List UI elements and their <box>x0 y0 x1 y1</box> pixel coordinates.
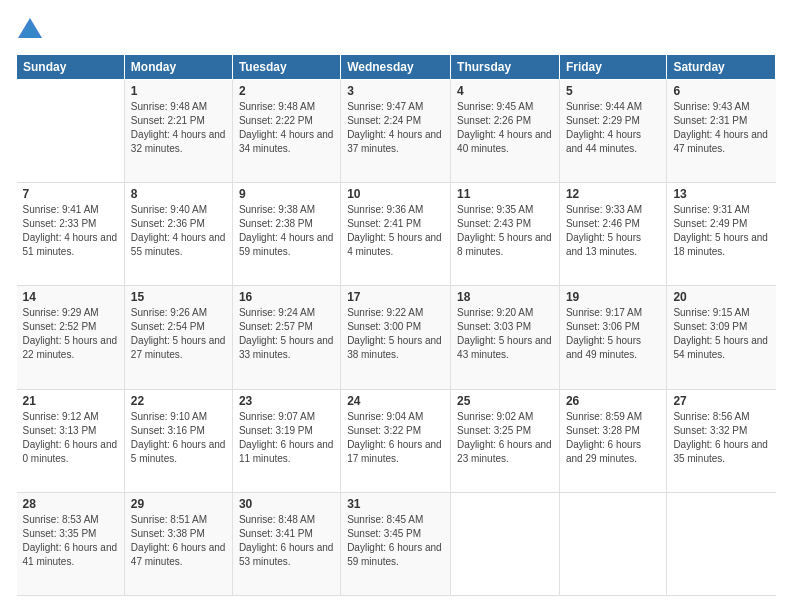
cell-content: Sunrise: 9:41 AMSunset: 2:33 PMDaylight:… <box>23 203 118 259</box>
day-number: 6 <box>673 84 769 98</box>
cell-content: Sunrise: 8:59 AMSunset: 3:28 PMDaylight:… <box>566 410 660 466</box>
day-cell-18: 18Sunrise: 9:20 AMSunset: 3:03 PMDayligh… <box>451 286 560 389</box>
day-number: 22 <box>131 394 226 408</box>
day-cell-15: 15Sunrise: 9:26 AMSunset: 2:54 PMDayligh… <box>124 286 232 389</box>
day-number: 10 <box>347 187 444 201</box>
day-number: 3 <box>347 84 444 98</box>
cell-content: Sunrise: 9:38 AMSunset: 2:38 PMDaylight:… <box>239 203 334 259</box>
cell-content: Sunrise: 9:02 AMSunset: 3:25 PMDaylight:… <box>457 410 553 466</box>
cell-content: Sunrise: 9:04 AMSunset: 3:22 PMDaylight:… <box>347 410 444 466</box>
day-header-thursday: Thursday <box>451 55 560 80</box>
day-cell-23: 23Sunrise: 9:07 AMSunset: 3:19 PMDayligh… <box>232 389 340 492</box>
day-cell-26: 26Sunrise: 8:59 AMSunset: 3:28 PMDayligh… <box>559 389 666 492</box>
cell-content: Sunrise: 9:15 AMSunset: 3:09 PMDaylight:… <box>673 306 769 362</box>
week-row-2: 7Sunrise: 9:41 AMSunset: 2:33 PMDaylight… <box>17 183 776 286</box>
day-number: 24 <box>347 394 444 408</box>
cell-content: Sunrise: 9:17 AMSunset: 3:06 PMDaylight:… <box>566 306 660 362</box>
day-number: 30 <box>239 497 334 511</box>
day-cell-6: 6Sunrise: 9:43 AMSunset: 2:31 PMDaylight… <box>667 80 776 183</box>
cell-content: Sunrise: 8:53 AMSunset: 3:35 PMDaylight:… <box>23 513 118 569</box>
cell-content: Sunrise: 9:10 AMSunset: 3:16 PMDaylight:… <box>131 410 226 466</box>
cell-content: Sunrise: 9:40 AMSunset: 2:36 PMDaylight:… <box>131 203 226 259</box>
cell-content: Sunrise: 8:48 AMSunset: 3:41 PMDaylight:… <box>239 513 334 569</box>
empty-cell <box>17 80 125 183</box>
day-number: 27 <box>673 394 769 408</box>
day-cell-30: 30Sunrise: 8:48 AMSunset: 3:41 PMDayligh… <box>232 492 340 595</box>
day-cell-25: 25Sunrise: 9:02 AMSunset: 3:25 PMDayligh… <box>451 389 560 492</box>
day-cell-22: 22Sunrise: 9:10 AMSunset: 3:16 PMDayligh… <box>124 389 232 492</box>
calendar-page: SundayMondayTuesdayWednesdayThursdayFrid… <box>0 0 792 612</box>
cell-content: Sunrise: 8:51 AMSunset: 3:38 PMDaylight:… <box>131 513 226 569</box>
cell-content: Sunrise: 9:26 AMSunset: 2:54 PMDaylight:… <box>131 306 226 362</box>
cell-content: Sunrise: 9:24 AMSunset: 2:57 PMDaylight:… <box>239 306 334 362</box>
day-number: 28 <box>23 497 118 511</box>
day-number: 8 <box>131 187 226 201</box>
day-cell-10: 10Sunrise: 9:36 AMSunset: 2:41 PMDayligh… <box>341 183 451 286</box>
empty-cell <box>451 492 560 595</box>
day-cell-20: 20Sunrise: 9:15 AMSunset: 3:09 PMDayligh… <box>667 286 776 389</box>
cell-content: Sunrise: 9:31 AMSunset: 2:49 PMDaylight:… <box>673 203 769 259</box>
calendar-table: SundayMondayTuesdayWednesdayThursdayFrid… <box>16 54 776 596</box>
day-number: 9 <box>239 187 334 201</box>
day-cell-14: 14Sunrise: 9:29 AMSunset: 2:52 PMDayligh… <box>17 286 125 389</box>
day-cell-9: 9Sunrise: 9:38 AMSunset: 2:38 PMDaylight… <box>232 183 340 286</box>
cell-content: Sunrise: 9:48 AMSunset: 2:21 PMDaylight:… <box>131 100 226 156</box>
week-row-3: 14Sunrise: 9:29 AMSunset: 2:52 PMDayligh… <box>17 286 776 389</box>
day-number: 16 <box>239 290 334 304</box>
day-cell-16: 16Sunrise: 9:24 AMSunset: 2:57 PMDayligh… <box>232 286 340 389</box>
cell-content: Sunrise: 9:48 AMSunset: 2:22 PMDaylight:… <box>239 100 334 156</box>
cell-content: Sunrise: 9:47 AMSunset: 2:24 PMDaylight:… <box>347 100 444 156</box>
day-cell-3: 3Sunrise: 9:47 AMSunset: 2:24 PMDaylight… <box>341 80 451 183</box>
logo-icon <box>16 16 44 44</box>
day-cell-31: 31Sunrise: 8:45 AMSunset: 3:45 PMDayligh… <box>341 492 451 595</box>
cell-content: Sunrise: 8:45 AMSunset: 3:45 PMDaylight:… <box>347 513 444 569</box>
day-header-wednesday: Wednesday <box>341 55 451 80</box>
cell-content: Sunrise: 9:43 AMSunset: 2:31 PMDaylight:… <box>673 100 769 156</box>
cell-content: Sunrise: 9:36 AMSunset: 2:41 PMDaylight:… <box>347 203 444 259</box>
day-number: 2 <box>239 84 334 98</box>
day-header-saturday: Saturday <box>667 55 776 80</box>
day-number: 1 <box>131 84 226 98</box>
day-cell-1: 1Sunrise: 9:48 AMSunset: 2:21 PMDaylight… <box>124 80 232 183</box>
cell-content: Sunrise: 9:20 AMSunset: 3:03 PMDaylight:… <box>457 306 553 362</box>
day-number: 15 <box>131 290 226 304</box>
day-cell-28: 28Sunrise: 8:53 AMSunset: 3:35 PMDayligh… <box>17 492 125 595</box>
day-cell-24: 24Sunrise: 9:04 AMSunset: 3:22 PMDayligh… <box>341 389 451 492</box>
day-number: 29 <box>131 497 226 511</box>
header <box>16 16 776 44</box>
cell-content: Sunrise: 9:29 AMSunset: 2:52 PMDaylight:… <box>23 306 118 362</box>
day-cell-29: 29Sunrise: 8:51 AMSunset: 3:38 PMDayligh… <box>124 492 232 595</box>
day-cell-12: 12Sunrise: 9:33 AMSunset: 2:46 PMDayligh… <box>559 183 666 286</box>
day-number: 11 <box>457 187 553 201</box>
day-cell-21: 21Sunrise: 9:12 AMSunset: 3:13 PMDayligh… <box>17 389 125 492</box>
day-header-tuesday: Tuesday <box>232 55 340 80</box>
week-row-1: 1Sunrise: 9:48 AMSunset: 2:21 PMDaylight… <box>17 80 776 183</box>
cell-content: Sunrise: 9:45 AMSunset: 2:26 PMDaylight:… <box>457 100 553 156</box>
day-number: 19 <box>566 290 660 304</box>
cell-content: Sunrise: 8:56 AMSunset: 3:32 PMDaylight:… <box>673 410 769 466</box>
day-number: 13 <box>673 187 769 201</box>
day-header-sunday: Sunday <box>17 55 125 80</box>
cell-content: Sunrise: 9:07 AMSunset: 3:19 PMDaylight:… <box>239 410 334 466</box>
day-number: 26 <box>566 394 660 408</box>
day-cell-19: 19Sunrise: 9:17 AMSunset: 3:06 PMDayligh… <box>559 286 666 389</box>
day-cell-7: 7Sunrise: 9:41 AMSunset: 2:33 PMDaylight… <box>17 183 125 286</box>
week-row-4: 21Sunrise: 9:12 AMSunset: 3:13 PMDayligh… <box>17 389 776 492</box>
day-cell-8: 8Sunrise: 9:40 AMSunset: 2:36 PMDaylight… <box>124 183 232 286</box>
day-number: 21 <box>23 394 118 408</box>
day-header-row: SundayMondayTuesdayWednesdayThursdayFrid… <box>17 55 776 80</box>
week-row-5: 28Sunrise: 8:53 AMSunset: 3:35 PMDayligh… <box>17 492 776 595</box>
day-cell-2: 2Sunrise: 9:48 AMSunset: 2:22 PMDaylight… <box>232 80 340 183</box>
day-cell-5: 5Sunrise: 9:44 AMSunset: 2:29 PMDaylight… <box>559 80 666 183</box>
cell-content: Sunrise: 9:35 AMSunset: 2:43 PMDaylight:… <box>457 203 553 259</box>
empty-cell <box>667 492 776 595</box>
day-header-friday: Friday <box>559 55 666 80</box>
day-number: 18 <box>457 290 553 304</box>
empty-cell <box>559 492 666 595</box>
day-number: 17 <box>347 290 444 304</box>
day-number: 23 <box>239 394 334 408</box>
day-header-monday: Monday <box>124 55 232 80</box>
day-cell-13: 13Sunrise: 9:31 AMSunset: 2:49 PMDayligh… <box>667 183 776 286</box>
day-number: 20 <box>673 290 769 304</box>
day-number: 31 <box>347 497 444 511</box>
